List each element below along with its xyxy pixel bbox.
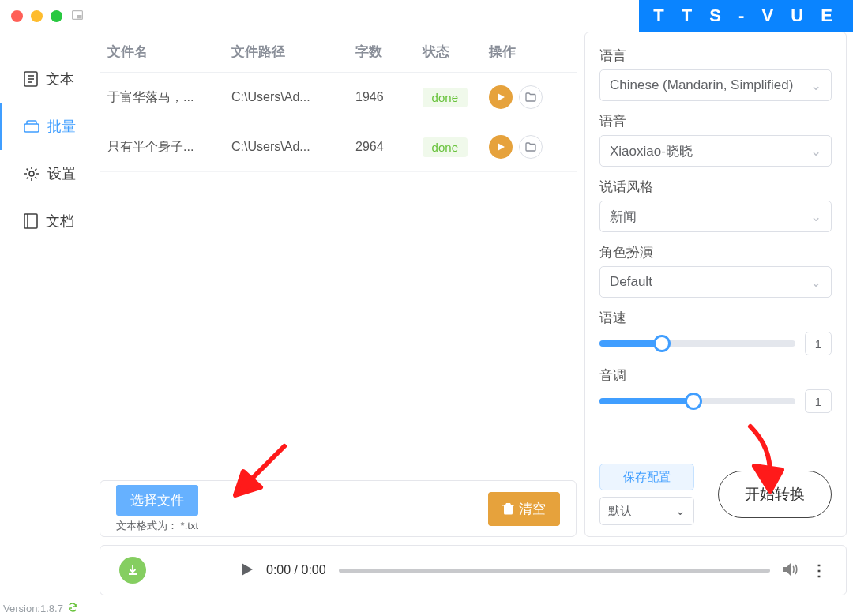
folder-icon xyxy=(525,92,536,102)
svg-marker-12 xyxy=(242,563,253,576)
maximize-window-icon[interactable] xyxy=(51,10,62,22)
window-controls xyxy=(11,10,62,22)
sidebar-item-text[interactable]: 文本 xyxy=(0,55,100,103)
play-icon xyxy=(241,562,254,577)
footer: Version:1.8.7 xyxy=(3,603,77,614)
col-status: 状态 xyxy=(415,32,482,73)
play-icon xyxy=(496,142,505,152)
slider-thumb[interactable] xyxy=(685,393,702,410)
open-folder-button[interactable] xyxy=(519,85,543,109)
trash-icon xyxy=(502,502,514,515)
chevron-down-icon: ⌄ xyxy=(810,77,821,94)
col-words: 字数 xyxy=(348,32,415,73)
role-label: 角色扮演 xyxy=(599,243,832,261)
cell-status: done xyxy=(415,73,482,122)
sidebar-item-label: 批量 xyxy=(47,117,76,136)
document-icon xyxy=(24,71,38,87)
role-select[interactable]: Default ⌄ xyxy=(599,266,832,298)
chevron-down-icon: ⌄ xyxy=(810,143,821,160)
slider-thumb[interactable] xyxy=(653,335,671,352)
choose-file-button[interactable]: 选择文件 xyxy=(116,485,198,516)
refresh-button[interactable] xyxy=(68,603,77,614)
app-title: T T S - V U E xyxy=(639,0,853,32)
refresh-icon xyxy=(68,603,77,612)
audio-play-button[interactable] xyxy=(241,562,254,579)
sidebar-item-label: 设置 xyxy=(47,164,76,183)
col-path: 文件路径 xyxy=(224,32,348,73)
file-table-card: 文件名 文件路径 字数 状态 操作 于富华落马，... C:\Users\Ad.… xyxy=(100,32,577,537)
speed-label: 语速 xyxy=(599,309,832,327)
clear-button-label: 清空 xyxy=(519,500,546,518)
svg-rect-6 xyxy=(24,124,39,132)
download-icon xyxy=(126,564,139,577)
speed-value: 1 xyxy=(805,332,832,355)
svg-rect-8 xyxy=(24,214,37,228)
clear-button[interactable]: 清空 xyxy=(488,492,560,526)
preset-select[interactable]: 默认 ⌄ xyxy=(599,497,694,525)
cell-ops xyxy=(481,73,577,122)
file-bar: 选择文件 文本格式为： *.txt 清空 xyxy=(100,480,577,537)
cell-path: C:\Users\Ad... xyxy=(224,122,348,172)
cell-name: 只有半个身子... xyxy=(100,122,224,172)
batch-icon xyxy=(24,120,39,133)
language-select[interactable]: Chinese (Mandarin, Simplified) ⌄ xyxy=(599,69,832,101)
book-icon xyxy=(24,213,38,229)
audio-menu-button[interactable]: ⋮ xyxy=(811,561,827,580)
audio-progress[interactable] xyxy=(339,569,770,573)
titlebar: T T S - V U E xyxy=(0,0,853,32)
file-table: 文件名 文件路径 字数 状态 操作 于富华落马，... C:\Users\Ad.… xyxy=(100,32,577,172)
voice-label: 语音 xyxy=(599,112,832,130)
cell-path: C:\Users\Ad... xyxy=(224,73,348,122)
version-label: Version:1.8.7 xyxy=(3,603,63,614)
chevron-down-icon: ⌄ xyxy=(675,504,686,518)
folder-icon xyxy=(525,142,536,152)
start-convert-button[interactable]: 开始转换 xyxy=(718,471,832,518)
svg-rect-1 xyxy=(77,15,82,19)
gear-icon xyxy=(24,166,39,182)
pitch-value: 1 xyxy=(805,389,832,413)
status-badge: done xyxy=(423,88,468,107)
minimize-window-icon[interactable] xyxy=(31,10,43,22)
download-button[interactable] xyxy=(119,557,146,584)
role-value: Default xyxy=(610,274,652,290)
col-name: 文件名 xyxy=(100,32,224,73)
close-window-icon[interactable] xyxy=(11,10,23,22)
volume-icon xyxy=(783,562,799,577)
pip-icon[interactable] xyxy=(72,10,83,22)
cell-ops xyxy=(481,122,577,172)
status-badge: done xyxy=(423,137,468,157)
sidebar: 文本 批量 设置 文档 xyxy=(0,32,100,603)
language-value: Chinese (Mandarin, Simplified) xyxy=(610,77,793,93)
save-config-button[interactable]: 保存配置 xyxy=(599,464,694,490)
preset-value: 默认 xyxy=(608,504,632,519)
chevron-down-icon: ⌄ xyxy=(810,274,821,291)
svg-marker-10 xyxy=(498,93,505,101)
svg-marker-11 xyxy=(498,143,505,151)
sidebar-item-settings[interactable]: 设置 xyxy=(0,150,100,197)
play-button[interactable] xyxy=(489,85,513,109)
player-card: 0:00 / 0:00 ⋮ xyxy=(100,545,847,595)
speed-slider[interactable] xyxy=(599,340,795,347)
sidebar-item-batch[interactable]: 批量 xyxy=(0,103,100,150)
cell-words: 2964 xyxy=(348,122,415,172)
chevron-down-icon: ⌄ xyxy=(810,208,821,225)
col-ops: 操作 xyxy=(481,32,577,73)
open-folder-button[interactable] xyxy=(519,135,543,159)
table-row: 于富华落马，... C:\Users\Ad... 1946 done xyxy=(100,73,577,122)
cell-status: done xyxy=(415,122,482,172)
voice-select[interactable]: Xiaoxiao-晓晓 ⌄ xyxy=(599,135,832,167)
audio-time: 0:00 / 0:00 xyxy=(266,563,326,577)
sidebar-item-label: 文本 xyxy=(46,69,74,88)
sidebar-item-docs[interactable]: 文档 xyxy=(0,197,100,245)
play-button[interactable] xyxy=(489,135,513,159)
style-select[interactable]: 新闻 ⌄ xyxy=(599,201,832,232)
cell-name: 于富华落马，... xyxy=(100,73,224,122)
pitch-label: 音调 xyxy=(599,366,832,385)
svg-point-7 xyxy=(29,171,34,176)
style-value: 新闻 xyxy=(610,208,637,226)
volume-button[interactable] xyxy=(783,562,799,579)
voice-value: Xiaoxiao-晓晓 xyxy=(610,142,693,160)
language-label: 语言 xyxy=(599,47,832,65)
sidebar-item-label: 文档 xyxy=(46,212,74,231)
pitch-slider[interactable] xyxy=(599,398,795,404)
